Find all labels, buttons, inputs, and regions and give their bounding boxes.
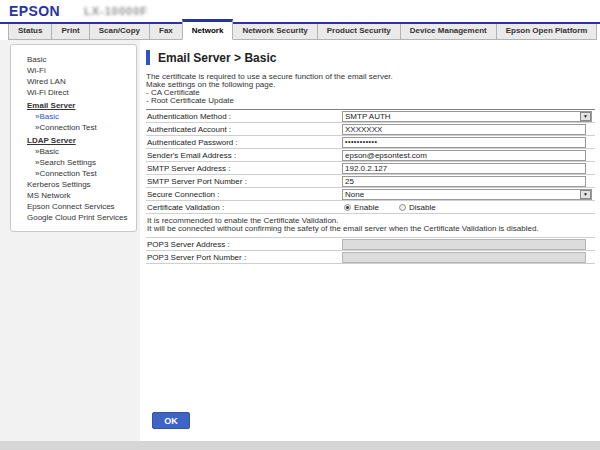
radio-disable[interactable] — [399, 204, 406, 211]
model-name: LX-10000F — [84, 5, 148, 17]
description-line: Make settings on the following page. — [146, 81, 595, 89]
tab-scan-copy[interactable]: Scan/Copy — [89, 24, 150, 40]
note-line: It will be connected without confirming … — [147, 225, 595, 233]
sidebar-item-basic[interactable]: Basic — [11, 54, 136, 65]
tab-network-security[interactable]: Network Security — [232, 24, 317, 40]
epson-logo: EPSON — [9, 3, 60, 19]
sender-s-email-address-input[interactable]: epson@epsontest.com — [342, 150, 586, 161]
tab-print[interactable]: Print — [51, 24, 89, 40]
field-label: Authenticated Account : — [146, 125, 342, 134]
sidebar-item-connection-test[interactable]: »Connection Test — [11, 168, 136, 179]
radio-group: EnableDisable — [344, 203, 436, 212]
authenticated-account-input[interactable]: XXXXXXX — [342, 124, 586, 135]
field-label: Authentication Method : — [146, 112, 342, 121]
pop3-server-port-number-input — [342, 252, 586, 263]
tab-fax[interactable]: Fax — [149, 24, 183, 40]
form-row: Secure Connection :None▼ — [146, 188, 595, 201]
title-row: Email Server > Basic — [146, 50, 595, 65]
form-row: Authenticated Password :••••••••••• — [146, 136, 595, 149]
sidebar-item-email-server[interactable]: Email Server — [11, 100, 136, 111]
title-accent-bar — [146, 50, 150, 65]
bottom-bar — [0, 441, 600, 450]
form-rows: Authentication Method :SMTP AUTH▼Authent… — [146, 110, 595, 214]
tab-device-management[interactable]: Device Management — [400, 24, 497, 40]
description-line: - Root Certificate Update — [146, 97, 595, 105]
pop3-server-address-input — [342, 239, 586, 250]
content-area: BasicWi-FiWired LANWi-Fi DirectEmail Ser… — [0, 40, 600, 441]
field-label: POP3 Server Address : — [146, 240, 342, 249]
tab-product-security[interactable]: Product Security — [317, 24, 401, 40]
page-title: Email Server > Basic — [158, 51, 276, 65]
authentication-method-select[interactable]: SMTP AUTH▼ — [342, 111, 592, 122]
form-row: SMTP Server Port Number :25 — [146, 175, 595, 188]
radio-enable[interactable] — [344, 204, 351, 211]
dropdown-arrow-icon[interactable]: ▼ — [580, 112, 591, 121]
authenticated-password-input[interactable]: ••••••••••• — [342, 137, 586, 148]
sidebar-item-ldap-server[interactable]: LDAP Server — [11, 135, 136, 146]
sidebar-item-basic[interactable]: »Basic — [11, 111, 136, 122]
form-row: Certificate Validation :EnableDisable — [146, 201, 595, 214]
sidebar-item-ms-network[interactable]: MS Network — [11, 190, 136, 201]
sidebar-item-wired-lan[interactable]: Wired LAN — [11, 76, 136, 87]
field-label: Authenticated Password : — [146, 138, 342, 147]
sidebar-item-kerberos-settings[interactable]: Kerberos Settings — [11, 179, 136, 190]
selected-value: SMTP AUTH — [343, 112, 580, 121]
field-label: Certificate Validation : — [146, 203, 342, 212]
sidebar-item-epson-connect-services[interactable]: Epson Connect Services — [11, 201, 136, 212]
tab-bar: StatusPrintScan/CopyFaxNetworkNetwork Se… — [0, 24, 600, 40]
sidebar-item-connection-test[interactable]: »Connection Test — [11, 122, 136, 133]
sidebar-item-wi-fi[interactable]: Wi-Fi — [11, 65, 136, 76]
form-row: Sender's Email Address :epson@epsontest.… — [146, 149, 595, 162]
tab-epson-open-platform[interactable]: Epson Open Platform — [496, 24, 598, 40]
tab-network[interactable]: Network — [182, 19, 234, 40]
form-row: POP3 Server Port Number : — [146, 251, 595, 264]
smtp-server-address-input[interactable]: 192.0.2.127 — [342, 163, 586, 174]
sidebar-item-google-cloud-print-services[interactable]: Google Cloud Print Services — [11, 212, 136, 223]
selected-value: None — [343, 190, 580, 199]
ok-button[interactable]: OK — [152, 412, 190, 429]
field-label: POP3 Server Port Number : — [146, 253, 342, 262]
smtp-server-port-number-input[interactable]: 25 — [342, 176, 586, 187]
dropdown-arrow-icon[interactable]: ▼ — [580, 190, 591, 199]
field-label: Secure Connection : — [146, 190, 342, 199]
radio-label: Disable — [409, 203, 436, 212]
cert-note: It is recommended to enable the Certific… — [146, 214, 595, 237]
field-label: Sender's Email Address : — [146, 151, 342, 160]
sidebar-item-search-settings[interactable]: »Search Settings — [11, 157, 136, 168]
field-label: SMTP Server Address : — [146, 164, 342, 173]
sidebar-item-basic[interactable]: »Basic — [11, 146, 136, 157]
tab-status[interactable]: Status — [8, 24, 52, 40]
secure-connection-select[interactable]: None▼ — [342, 189, 592, 200]
app-header: EPSON LX-10000F — [0, 0, 600, 22]
main-panel: Email Server > Basic The certificate is … — [146, 50, 595, 429]
form-row: Authenticated Account :XXXXXXX — [146, 123, 595, 136]
field-label: SMTP Server Port Number : — [146, 177, 342, 186]
sidebar-item-wi-fi-direct[interactable]: Wi-Fi Direct — [11, 87, 136, 98]
form-row: SMTP Server Address :192.0.2.127 — [146, 162, 595, 175]
description: The certificate is required to use a sec… — [146, 73, 595, 105]
form-row: Authentication Method :SMTP AUTH▼ — [146, 110, 595, 123]
pop3-rows: POP3 Server Address :POP3 Server Port Nu… — [146, 237, 595, 264]
sidebar-nav: BasicWi-FiWired LANWi-Fi DirectEmail Ser… — [10, 44, 137, 232]
radio-label: Enable — [354, 203, 379, 212]
form-row: POP3 Server Address : — [146, 238, 595, 251]
